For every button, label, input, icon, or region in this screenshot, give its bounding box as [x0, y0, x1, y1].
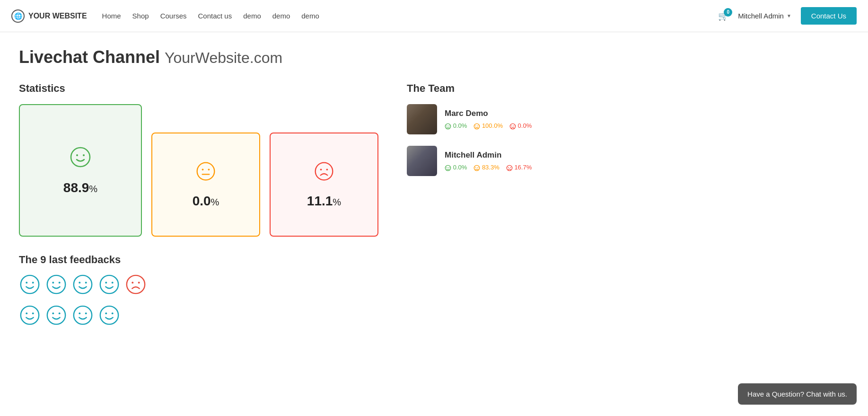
svg-point-51 — [475, 167, 476, 168]
mitchell-happy-stat: 0.0% — [445, 164, 467, 171]
team-member-mitchell: Mitchell Admin 0.0% 83.3% 16.7% — [407, 146, 549, 176]
fb-happy-3 — [72, 274, 94, 300]
chevron-down-icon: ▼ — [787, 13, 791, 18]
svg-point-38 — [447, 125, 447, 126]
svg-point-50 — [474, 165, 480, 170]
svg-point-49 — [448, 167, 449, 168]
team-section: The Team Marc Demo 0.0% 100.0% — [407, 82, 549, 335]
svg-point-56 — [510, 167, 511, 168]
logo-text: YOUR WEBSITE — [28, 12, 87, 20]
svg-point-36 — [112, 312, 114, 314]
fb-happy-5 — [19, 304, 41, 330]
svg-point-15 — [59, 282, 61, 283]
svg-point-30 — [59, 312, 61, 314]
svg-point-13 — [47, 275, 65, 293]
nav-demo2[interactable]: demo — [272, 12, 290, 20]
nav-right: 🛒 0 Mitchell Admin ▼ Contact Us — [718, 7, 857, 25]
svg-point-34 — [100, 306, 118, 324]
svg-point-5 — [208, 168, 210, 170]
svg-point-8 — [320, 168, 322, 170]
svg-point-29 — [52, 312, 54, 314]
svg-point-25 — [21, 306, 39, 324]
svg-point-1 — [76, 154, 78, 156]
user-menu[interactable]: Mitchell Admin ▼ — [738, 12, 791, 20]
mitchell-neutral-stat: 83.3% — [473, 164, 500, 171]
feedbacks-section: The 9 last feedbacks — [19, 254, 378, 330]
main-content: Livechat Channel YourWebsite.com Statist… — [0, 32, 568, 350]
user-name: Mitchell Admin — [738, 12, 784, 20]
stat-card-sad: 11.1% — [270, 133, 378, 237]
globe-icon: 🌐 — [11, 9, 25, 23]
svg-point-0 — [71, 148, 90, 167]
svg-point-19 — [100, 275, 118, 293]
nav-courses[interactable]: Courses — [160, 12, 187, 20]
svg-point-42 — [478, 125, 479, 126]
mitchell-sad-stat: 16.7% — [506, 164, 532, 171]
svg-point-41 — [475, 125, 476, 126]
stat-happy-value: 88.9% — [63, 180, 97, 195]
stat-sad-value: 11.1% — [307, 194, 341, 209]
page-subtitle: YourWebsite.com — [165, 49, 282, 66]
svg-point-7 — [316, 162, 333, 180]
fb-happy-1 — [19, 274, 41, 300]
svg-point-16 — [74, 275, 92, 293]
page-title-main: Livechat Channel — [19, 47, 160, 67]
svg-point-39 — [448, 125, 449, 126]
team-member-marc: Marc Demo 0.0% 100.0% 0.0% — [407, 104, 549, 134]
nav-demo1[interactable]: demo — [243, 12, 261, 20]
statistics-heading: Statistics — [19, 82, 378, 95]
nav-contact[interactable]: Contact us — [198, 12, 232, 20]
svg-point-47 — [445, 165, 450, 170]
svg-point-44 — [510, 124, 515, 129]
member-stats-marc: 0.0% 100.0% 0.0% — [445, 122, 549, 130]
content-grid: Statistics 88.9% — [19, 82, 549, 335]
fb-happy-8 — [98, 304, 120, 330]
svg-point-55 — [508, 167, 509, 168]
fb-happy-4 — [98, 274, 120, 300]
svg-point-33 — [85, 312, 87, 314]
logo[interactable]: 🌐 YOUR WEBSITE — [11, 9, 87, 23]
marc-happy-stat: 0.0% — [445, 122, 467, 130]
svg-point-17 — [79, 282, 80, 283]
svg-point-9 — [326, 168, 328, 170]
svg-point-37 — [445, 124, 450, 129]
cart-button[interactable]: 🛒 0 — [718, 11, 728, 21]
feedback-row-1 — [19, 274, 378, 300]
svg-point-23 — [132, 282, 133, 283]
nav-links: Home Shop Courses Contact us demo demo d… — [102, 12, 319, 20]
happy-face-icon — [69, 146, 92, 173]
fb-happy-7 — [72, 304, 94, 330]
left-column: Statistics 88.9% — [19, 82, 378, 335]
neutral-face-icon — [195, 161, 216, 186]
member-info-marc: Marc Demo 0.0% 100.0% 0.0% — [445, 109, 549, 130]
marc-neutral-stat: 100.0% — [473, 122, 503, 130]
svg-point-4 — [202, 168, 204, 170]
sad-face-icon — [314, 161, 334, 186]
svg-point-24 — [138, 282, 140, 283]
stat-cards: 88.9% — [19, 104, 378, 237]
feedbacks-heading: The 9 last feedbacks — [19, 254, 378, 266]
svg-point-21 — [112, 282, 114, 283]
svg-point-2 — [83, 154, 85, 156]
svg-point-10 — [21, 275, 39, 293]
nav-demo3[interactable]: demo — [301, 12, 319, 20]
svg-point-14 — [52, 282, 54, 283]
svg-point-48 — [447, 167, 447, 168]
nav-home[interactable]: Home — [102, 12, 121, 20]
member-name-marc: Marc Demo — [445, 109, 549, 118]
contact-us-button[interactable]: Contact Us — [801, 7, 857, 25]
fb-happy-2 — [45, 274, 67, 300]
feedback-row-2 — [19, 304, 378, 330]
fb-happy-6 — [45, 304, 67, 330]
svg-point-12 — [32, 282, 34, 283]
team-heading: The Team — [407, 82, 549, 95]
nav-shop[interactable]: Shop — [132, 12, 149, 20]
svg-point-31 — [74, 306, 92, 324]
stat-card-happy: 88.9% — [19, 104, 142, 237]
svg-point-11 — [26, 282, 27, 283]
svg-point-18 — [85, 282, 87, 283]
fb-sad-1 — [125, 274, 147, 300]
svg-point-54 — [507, 165, 512, 170]
cart-badge: 0 — [724, 8, 732, 17]
nav-left: 🌐 YOUR WEBSITE Home Shop Courses Contact… — [11, 9, 319, 23]
